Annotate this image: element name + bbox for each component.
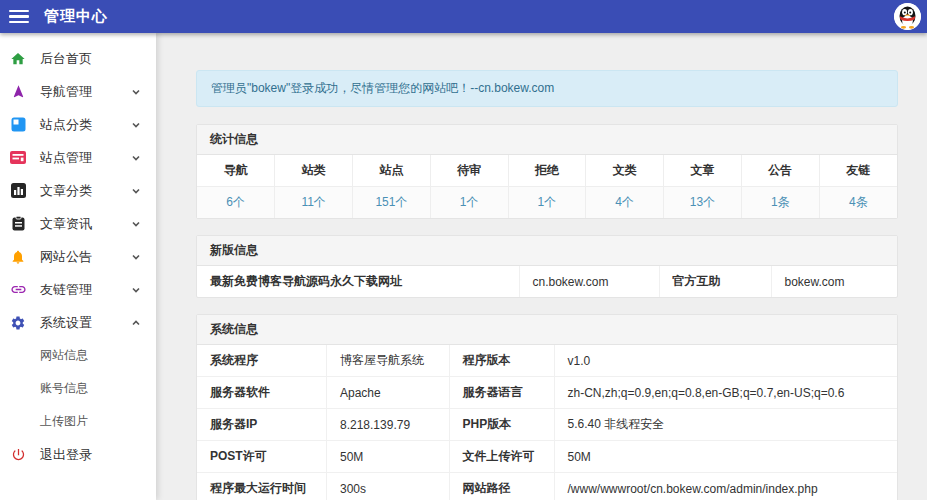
system-value: zh-CN,zh;q=0.9,en;q=0.8,en-GB;q=0.7,en-U… (554, 377, 897, 409)
stats-value-cell[interactable]: 151个 (353, 187, 431, 219)
category-icon (9, 117, 27, 132)
stats-value-cell[interactable]: 1个 (508, 187, 586, 219)
sidebar-item-dashboard[interactable]: 后台首页 (0, 42, 156, 75)
sidebar-item-label: 网站公告 (40, 248, 92, 266)
version-card-title: 新版信息 (197, 236, 897, 266)
system-value: v1.0 (554, 345, 897, 377)
sidebar-item-label: 站点分类 (40, 116, 92, 134)
stats-header-cell: 站类 (275, 155, 353, 187)
sidebar-item-site-category[interactable]: 站点分类 (0, 108, 156, 141)
stats-value-cell[interactable]: 4个 (586, 187, 664, 219)
system-value: 50M (327, 441, 450, 473)
sidebar-item-label: 文章资讯 (40, 215, 92, 233)
stats-value-cell[interactable]: 4条 (819, 187, 897, 219)
sidebar-item-article-category[interactable]: 文章分类 (0, 174, 156, 207)
sidebar-item-logout[interactable]: 退出登录 (0, 438, 156, 471)
gear-icon (9, 315, 27, 331)
stats-header-cell: 公告 (741, 155, 819, 187)
stats-header-cell: 待审 (430, 155, 508, 187)
stats-header-cell: 友链 (819, 155, 897, 187)
system-key: 文件上传许可 (449, 441, 554, 473)
app-title: 管理中心 (44, 7, 108, 26)
system-key: 程序版本 (449, 345, 554, 377)
official-help-value: bokew.com (771, 266, 897, 297)
system-value: /www/wwwroot/cn.bokew.com/admin/index.ph… (554, 473, 897, 500)
system-row: 服务器软件 Apache 服务器语言 zh-CN,zh;q=0.9,en;q=0… (197, 377, 897, 409)
system-row: POST许可 50M 文件上传许可 50M (197, 441, 897, 473)
sidebar-item-label: 站点管理 (40, 149, 92, 167)
stats-value-cell[interactable]: 1条 (741, 187, 819, 219)
chevron-down-icon (131, 120, 141, 130)
bell-icon (9, 249, 27, 265)
version-label: 最新免费博客导航源码永久下载网址 (197, 266, 519, 297)
sidebar-item-label: 友链管理 (40, 281, 92, 299)
version-card: 新版信息 最新免费博客导航源码永久下载网址 cn.bokew.com 官方互助 … (196, 235, 898, 298)
version-row: 最新免费博客导航源码永久下载网址 cn.bokew.com 官方互助 bokew… (197, 266, 897, 297)
power-icon (9, 447, 27, 462)
topbar: 管理中心 (0, 0, 927, 33)
chevron-up-icon (131, 318, 141, 328)
chevron-down-icon (131, 153, 141, 163)
stats-value-cell[interactable]: 1个 (430, 187, 508, 219)
stats-table: 导航 站类 站点 待审 拒绝 文类 文章 公告 友链 6个 11个 151个 1… (197, 155, 897, 218)
system-row: 服务器IP 8.218.139.79 PHP版本 5.6.40 非线程安全 (197, 409, 897, 441)
welcome-alert: 管理员"bokew"登录成功，尽情管理您的网站吧！--cn.bokew.com (196, 70, 898, 107)
system-key: POST许可 (197, 441, 327, 473)
sidebar-subitem-upload-image[interactable]: 上传图片 (0, 405, 156, 438)
chevron-down-icon (131, 252, 141, 262)
sidebar-item-site-manage[interactable]: 站点管理 (0, 141, 156, 174)
system-key: 程序最大运行时间 (197, 473, 327, 500)
link-icon (9, 281, 27, 298)
sidebar-item-article-news[interactable]: 文章资讯 (0, 207, 156, 240)
official-help-label: 官方互助 (659, 266, 771, 297)
sidebar-item-label: 后台首页 (40, 50, 92, 68)
hamburger-icon[interactable] (9, 10, 29, 24)
home-icon (9, 51, 27, 67)
chevron-down-icon (131, 219, 141, 229)
system-card: 系统信息 系统程序 博客屋导航系统 程序版本 v1.0 服务器软件 Apache… (196, 314, 898, 500)
chevron-down-icon (131, 186, 141, 196)
sidebar-subitem-account-info[interactable]: 账号信息 (0, 372, 156, 405)
system-key: 服务器IP (197, 409, 327, 441)
sidebar-item-nav-manage[interactable]: 导航管理 (0, 75, 156, 108)
system-row: 程序最大运行时间 300s 网站路径 /www/wwwroot/cn.bokew… (197, 473, 897, 500)
sidebar-item-site-notice[interactable]: 网站公告 (0, 240, 156, 273)
stats-header-cell: 文章 (664, 155, 742, 187)
system-value: 8.218.139.79 (327, 409, 450, 441)
main-content: 管理员"bokew"登录成功，尽情管理您的网站吧！--cn.bokew.com … (156, 33, 927, 500)
stats-header-row: 导航 站类 站点 待审 拒绝 文类 文章 公告 友链 (197, 155, 897, 187)
system-value: 300s (327, 473, 450, 500)
site-list-icon (9, 151, 27, 164)
avatar[interactable] (894, 3, 921, 30)
stats-header-cell: 拒绝 (508, 155, 586, 187)
system-key: 网站路径 (449, 473, 554, 500)
sidebar-item-label: 导航管理 (40, 83, 92, 101)
sidebar-item-label: 文章分类 (40, 182, 92, 200)
stats-card-title: 统计信息 (197, 125, 897, 155)
system-table: 系统程序 博客屋导航系统 程序版本 v1.0 服务器软件 Apache 服务器语… (197, 345, 897, 500)
stats-value-row: 6个 11个 151个 1个 1个 4个 13个 1条 4条 (197, 187, 897, 219)
system-key: PHP版本 (449, 409, 554, 441)
sidebar-item-friend-links[interactable]: 友链管理 (0, 273, 156, 306)
stats-header-cell: 导航 (197, 155, 275, 187)
download-link[interactable]: cn.bokew.com (519, 266, 659, 297)
system-value: 博客屋导航系统 (327, 345, 450, 377)
bar-chart-icon (9, 183, 27, 198)
stats-value-cell[interactable]: 6个 (197, 187, 275, 219)
sidebar-item-label: 退出登录 (40, 446, 92, 464)
system-value: 50M (554, 441, 897, 473)
system-key: 服务器软件 (197, 377, 327, 409)
stats-value-cell[interactable]: 13个 (664, 187, 742, 219)
navigation-icon (9, 84, 27, 99)
version-table: 最新免费博客导航源码永久下载网址 cn.bokew.com 官方互助 bokew… (197, 266, 897, 297)
sidebar-subitem-site-info[interactable]: 网站信息 (0, 339, 156, 372)
system-value: Apache (327, 377, 450, 409)
stats-value-cell[interactable]: 11个 (275, 187, 353, 219)
sidebar-item-system-settings[interactable]: 系统设置 (0, 306, 156, 339)
chevron-down-icon (131, 285, 141, 295)
stats-header-cell: 文类 (586, 155, 664, 187)
stats-card: 统计信息 导航 站类 站点 待审 拒绝 文类 文章 公告 友链 6个 11个 1… (196, 124, 898, 219)
system-row: 系统程序 博客屋导航系统 程序版本 v1.0 (197, 345, 897, 377)
system-value: 5.6.40 非线程安全 (554, 409, 897, 441)
sidebar: 后台首页 导航管理 站点分类 站点管理 文章分类 (0, 33, 156, 500)
